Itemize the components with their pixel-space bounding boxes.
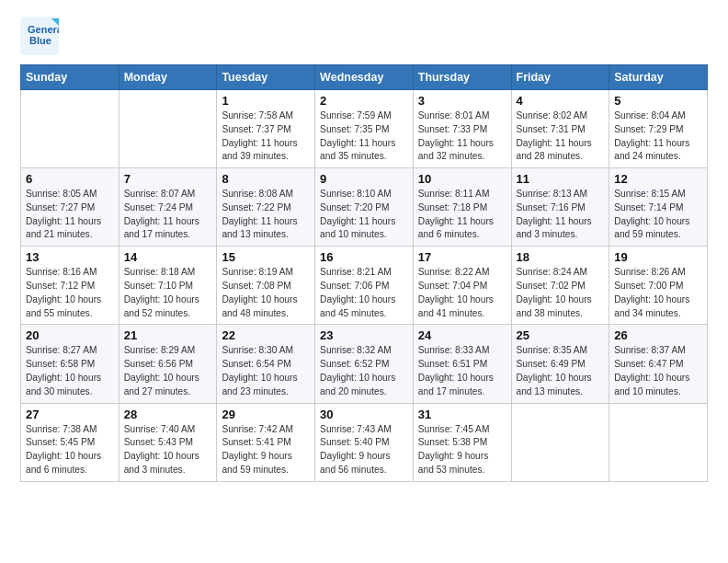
- calendar-cell: 12Sunrise: 8:15 AM Sunset: 7:14 PM Dayli…: [609, 168, 708, 247]
- calendar-cell: 15Sunrise: 8:19 AM Sunset: 7:08 PM Dayli…: [217, 247, 315, 325]
- col-header-friday: Friday: [511, 65, 609, 90]
- calendar-cell: 1Sunrise: 7:58 AM Sunset: 7:37 PM Daylig…: [217, 90, 315, 168]
- calendar-cell: 30Sunrise: 7:43 AM Sunset: 5:40 PM Dayli…: [315, 403, 414, 481]
- calendar-cell: [511, 403, 609, 481]
- calendar-cell: 29Sunrise: 7:42 AM Sunset: 5:41 PM Dayli…: [217, 403, 315, 481]
- calendar-cell: [609, 403, 708, 481]
- calendar-cell: 27Sunrise: 7:38 AM Sunset: 5:45 PM Dayli…: [21, 403, 119, 481]
- logo: General Blue: [20, 17, 59, 55]
- day-info: Sunrise: 7:38 AM Sunset: 5:45 PM Dayligh…: [26, 423, 114, 477]
- day-number: 10: [418, 172, 506, 186]
- day-info: Sunrise: 8:11 AM Sunset: 7:18 PM Dayligh…: [418, 188, 506, 242]
- logo-icon: General Blue: [20, 17, 59, 55]
- day-info: Sunrise: 7:40 AM Sunset: 5:43 PM Dayligh…: [124, 423, 212, 477]
- day-info: Sunrise: 8:04 AM Sunset: 7:29 PM Dayligh…: [614, 109, 702, 164]
- day-info: Sunrise: 8:33 AM Sunset: 6:51 PM Dayligh…: [418, 344, 506, 398]
- day-info: Sunrise: 8:07 AM Sunset: 7:24 PM Dayligh…: [124, 188, 212, 242]
- calendar-cell: 28Sunrise: 7:40 AM Sunset: 5:43 PM Dayli…: [119, 403, 217, 481]
- calendar-cell: 4Sunrise: 8:02 AM Sunset: 7:31 PM Daylig…: [511, 90, 609, 168]
- day-number: 24: [418, 328, 506, 342]
- col-header-wednesday: Wednesday: [315, 65, 414, 90]
- day-info: Sunrise: 8:05 AM Sunset: 7:27 PM Dayligh…: [26, 188, 114, 242]
- day-info: Sunrise: 8:18 AM Sunset: 7:10 PM Dayligh…: [124, 266, 212, 320]
- calendar-table: SundayMondayTuesdayWednesdayThursdayFrid…: [20, 64, 708, 482]
- calendar-cell: 20Sunrise: 8:27 AM Sunset: 6:58 PM Dayli…: [21, 325, 119, 403]
- day-number: 17: [418, 250, 506, 264]
- logo-svg-container: General Blue: [20, 17, 59, 55]
- day-number: 11: [517, 172, 605, 186]
- calendar-cell: 10Sunrise: 8:11 AM Sunset: 7:18 PM Dayli…: [413, 168, 511, 247]
- day-number: 14: [124, 250, 212, 264]
- day-number: 22: [222, 328, 310, 342]
- day-number: 28: [124, 408, 212, 421]
- day-number: 25: [517, 328, 605, 342]
- day-number: 20: [26, 328, 114, 342]
- page: General Blue SundayMondayTuesdayWednesda…: [0, 0, 728, 499]
- col-header-sunday: Sunday: [21, 65, 119, 90]
- day-number: 21: [124, 328, 212, 342]
- col-header-tuesday: Tuesday: [217, 65, 315, 90]
- day-info: Sunrise: 7:45 AM Sunset: 5:38 PM Dayligh…: [418, 423, 506, 477]
- calendar-cell: 24Sunrise: 8:33 AM Sunset: 6:51 PM Dayli…: [413, 325, 511, 403]
- day-info: Sunrise: 7:43 AM Sunset: 5:40 PM Dayligh…: [320, 423, 408, 477]
- calendar-cell: 11Sunrise: 8:13 AM Sunset: 7:16 PM Dayli…: [511, 168, 609, 247]
- calendar-cell: 9Sunrise: 8:10 AM Sunset: 7:20 PM Daylig…: [315, 168, 414, 247]
- calendar-cell: 6Sunrise: 8:05 AM Sunset: 7:27 PM Daylig…: [21, 168, 119, 247]
- calendar-cell: 18Sunrise: 8:24 AM Sunset: 7:02 PM Dayli…: [511, 247, 609, 325]
- calendar-cell: [119, 90, 217, 168]
- week-row-3: 13Sunrise: 8:16 AM Sunset: 7:12 PM Dayli…: [21, 247, 708, 325]
- day-info: Sunrise: 8:30 AM Sunset: 6:54 PM Dayligh…: [222, 344, 310, 398]
- day-number: 7: [124, 172, 212, 186]
- day-info: Sunrise: 7:59 AM Sunset: 7:35 PM Dayligh…: [320, 109, 408, 164]
- calendar-cell: 31Sunrise: 7:45 AM Sunset: 5:38 PM Dayli…: [413, 403, 511, 481]
- day-info: Sunrise: 8:01 AM Sunset: 7:33 PM Dayligh…: [418, 109, 506, 164]
- day-info: Sunrise: 8:15 AM Sunset: 7:14 PM Dayligh…: [614, 188, 702, 242]
- day-number: 2: [320, 94, 408, 108]
- day-number: 6: [26, 172, 114, 186]
- week-row-4: 20Sunrise: 8:27 AM Sunset: 6:58 PM Dayli…: [21, 325, 708, 403]
- day-number: 16: [320, 250, 408, 264]
- calendar-cell: 13Sunrise: 8:16 AM Sunset: 7:12 PM Dayli…: [21, 247, 119, 325]
- calendar-cell: 16Sunrise: 8:21 AM Sunset: 7:06 PM Dayli…: [315, 247, 414, 325]
- day-info: Sunrise: 8:02 AM Sunset: 7:31 PM Dayligh…: [517, 109, 605, 164]
- svg-text:General: General: [28, 24, 59, 35]
- day-number: 8: [222, 172, 310, 186]
- day-number: 4: [517, 94, 605, 108]
- week-row-2: 6Sunrise: 8:05 AM Sunset: 7:27 PM Daylig…: [21, 168, 708, 247]
- day-number: 31: [418, 408, 506, 421]
- day-info: Sunrise: 8:24 AM Sunset: 7:02 PM Dayligh…: [517, 266, 605, 320]
- calendar-cell: 23Sunrise: 8:32 AM Sunset: 6:52 PM Dayli…: [315, 325, 414, 403]
- calendar-cell: [21, 90, 119, 168]
- day-info: Sunrise: 8:26 AM Sunset: 7:00 PM Dayligh…: [614, 266, 702, 320]
- calendar-cell: 8Sunrise: 8:08 AM Sunset: 7:22 PM Daylig…: [217, 168, 315, 247]
- calendar-cell: 3Sunrise: 8:01 AM Sunset: 7:33 PM Daylig…: [413, 90, 511, 168]
- calendar-cell: 26Sunrise: 8:37 AM Sunset: 6:47 PM Dayli…: [609, 325, 708, 403]
- day-info: Sunrise: 8:08 AM Sunset: 7:22 PM Dayligh…: [222, 188, 310, 242]
- day-info: Sunrise: 8:22 AM Sunset: 7:04 PM Dayligh…: [418, 266, 506, 320]
- calendar-cell: 22Sunrise: 8:30 AM Sunset: 6:54 PM Dayli…: [217, 325, 315, 403]
- day-number: 5: [614, 94, 702, 108]
- day-number: 19: [614, 250, 702, 264]
- col-header-monday: Monday: [119, 65, 217, 90]
- day-number: 13: [26, 250, 114, 264]
- day-number: 1: [222, 94, 310, 108]
- calendar-cell: 21Sunrise: 8:29 AM Sunset: 6:56 PM Dayli…: [119, 325, 217, 403]
- day-number: 18: [517, 250, 605, 264]
- calendar-cell: 7Sunrise: 8:07 AM Sunset: 7:24 PM Daylig…: [119, 168, 217, 247]
- day-info: Sunrise: 8:32 AM Sunset: 6:52 PM Dayligh…: [320, 344, 408, 398]
- col-header-thursday: Thursday: [413, 65, 511, 90]
- calendar-cell: 25Sunrise: 8:35 AM Sunset: 6:49 PM Dayli…: [511, 325, 609, 403]
- day-number: 3: [418, 94, 506, 108]
- week-row-1: 1Sunrise: 7:58 AM Sunset: 7:37 PM Daylig…: [21, 90, 708, 168]
- calendar-cell: 5Sunrise: 8:04 AM Sunset: 7:29 PM Daylig…: [609, 90, 708, 168]
- day-info: Sunrise: 8:37 AM Sunset: 6:47 PM Dayligh…: [614, 344, 702, 398]
- day-number: 23: [320, 328, 408, 342]
- day-number: 26: [614, 328, 702, 342]
- day-info: Sunrise: 8:16 AM Sunset: 7:12 PM Dayligh…: [26, 266, 114, 320]
- day-info: Sunrise: 8:19 AM Sunset: 7:08 PM Dayligh…: [222, 266, 310, 320]
- day-info: Sunrise: 7:58 AM Sunset: 7:37 PM Dayligh…: [222, 109, 310, 164]
- day-number: 15: [222, 250, 310, 264]
- calendar-cell: 17Sunrise: 8:22 AM Sunset: 7:04 PM Dayli…: [413, 247, 511, 325]
- day-number: 30: [320, 408, 408, 421]
- calendar-cell: 14Sunrise: 8:18 AM Sunset: 7:10 PM Dayli…: [119, 247, 217, 325]
